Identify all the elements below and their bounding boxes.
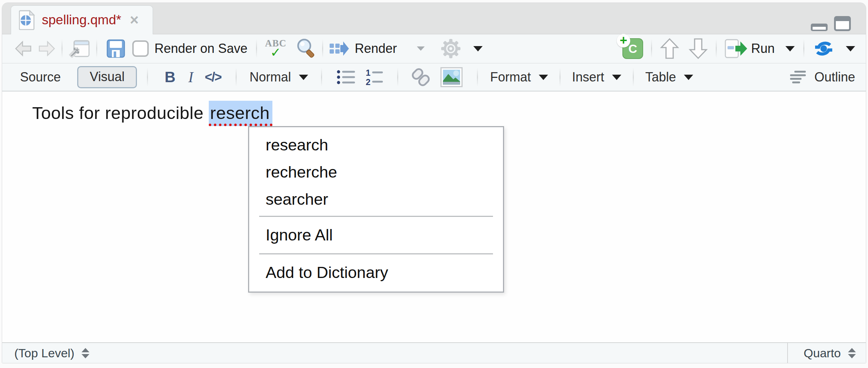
status-bar: (Top Level) Quarto [2, 342, 866, 363]
chevron-down-icon [684, 75, 693, 80]
document-type-label: Quarto [804, 346, 841, 360]
numbered-list-icon[interactable]: 1 2 [366, 69, 384, 86]
menu-item-ignore-all[interactable]: Ignore All [249, 220, 503, 250]
render-dropdown-caret-icon[interactable] [417, 46, 425, 51]
separator [322, 39, 323, 58]
spellcheck-context-menu: research recherche searcher Ignore All A… [248, 126, 504, 293]
outline-toggle[interactable]: Outline [789, 70, 855, 85]
document-type-selector[interactable]: Quarto [787, 343, 866, 363]
menu-item-suggestion[interactable]: research [249, 131, 503, 159]
source-mode-button[interactable]: Source [20, 70, 61, 85]
image-icon[interactable] [440, 67, 463, 87]
separator [651, 39, 652, 58]
render-button[interactable]: Render [355, 41, 397, 56]
window-controls [811, 16, 851, 31]
misspelled-word-selected[interactable]: reserch [209, 101, 273, 126]
paragraph-text: Tools for reproducible [32, 103, 209, 123]
main-toolbar: Render on Save ABC ✓ Render [2, 34, 866, 64]
visual-mode-button[interactable]: Visual [77, 66, 137, 88]
menu-separator [259, 216, 493, 217]
plus-badge-icon: + [617, 34, 630, 48]
menu-separator [259, 253, 493, 254]
go-next-chunk-icon[interactable] [689, 38, 708, 60]
render-on-save-checkbox[interactable] [132, 40, 149, 57]
render-on-save-label[interactable]: Render on Save [154, 41, 247, 56]
svg-text:1: 1 [366, 69, 370, 78]
minimize-icon[interactable] [811, 24, 828, 31]
save-icon[interactable] [107, 39, 125, 58]
updown-arrows-icon [848, 348, 856, 358]
tab-title: spelling.qmd* [42, 13, 121, 28]
run-icon[interactable] [725, 39, 748, 58]
chevron-down-icon [612, 75, 621, 80]
separator [397, 68, 398, 86]
document-editor[interactable]: Tools for reproducible reserch research … [2, 91, 866, 342]
code-icon[interactable]: </> [205, 70, 221, 85]
bullet-list-icon[interactable] [336, 69, 356, 85]
menu-item-suggestion[interactable]: recherche [249, 159, 503, 186]
bold-icon[interactable]: B [164, 69, 175, 86]
forward-icon[interactable] [37, 40, 56, 57]
italic-icon[interactable]: I [188, 69, 193, 86]
updown-arrows-icon [82, 348, 89, 358]
maximize-icon[interactable] [834, 16, 851, 31]
table-menu[interactable]: Table [645, 70, 693, 85]
spellcheck-icon[interactable]: ABC ✓ [265, 39, 286, 59]
separator [477, 68, 478, 86]
document-paragraph[interactable]: Tools for reproducible reserch [32, 103, 272, 123]
editor-window: spelling.qmd* × [2, 3, 866, 363]
gear-dropdown-caret-icon[interactable] [473, 46, 483, 51]
separator [236, 68, 237, 86]
scope-selector[interactable]: (Top Level) [2, 346, 89, 360]
paragraph-style-dropdown[interactable]: Normal [250, 70, 308, 85]
separator [559, 68, 561, 86]
chevron-down-icon [539, 75, 548, 80]
gear-icon[interactable] [440, 38, 461, 59]
tab-strip: spelling.qmd* × [2, 3, 866, 34]
separator [61, 39, 63, 58]
outline-icon [789, 70, 809, 84]
quarto-file-icon [19, 10, 35, 30]
separator [321, 68, 322, 86]
tab-spelling-qmd[interactable]: spelling.qmd* × [11, 5, 153, 34]
insert-chunk-icon[interactable]: C + [622, 38, 643, 59]
chevron-down-icon [299, 75, 308, 80]
scope-label: (Top Level) [14, 346, 74, 360]
open-in-new-window-icon[interactable] [68, 39, 90, 59]
separator [803, 39, 804, 58]
format-toolbar: Source Visual B I </> Normal 1 2 [2, 64, 866, 91]
separator [716, 39, 717, 58]
separator [96, 39, 97, 58]
svg-text:2: 2 [366, 77, 370, 86]
separator [633, 68, 634, 86]
menu-item-suggestion[interactable]: searcher [249, 186, 503, 213]
link-icon[interactable] [411, 68, 430, 86]
separator [256, 39, 257, 58]
menu-item-add-to-dictionary[interactable]: Add to Dictionary [249, 257, 503, 288]
run-dropdown-caret-icon[interactable] [785, 46, 795, 51]
render-icon[interactable] [329, 40, 350, 57]
insert-menu[interactable]: Insert [572, 70, 621, 85]
back-icon[interactable] [14, 40, 33, 57]
search-icon[interactable] [296, 38, 316, 59]
separator [147, 68, 148, 86]
run-button[interactable]: Run [751, 41, 775, 56]
format-menu[interactable]: Format [490, 70, 548, 85]
rerun-icon[interactable] [813, 38, 834, 59]
go-previous-chunk-icon[interactable] [660, 38, 679, 60]
tab-close-icon[interactable]: × [130, 13, 139, 28]
rerun-dropdown-caret-icon[interactable] [846, 46, 855, 51]
